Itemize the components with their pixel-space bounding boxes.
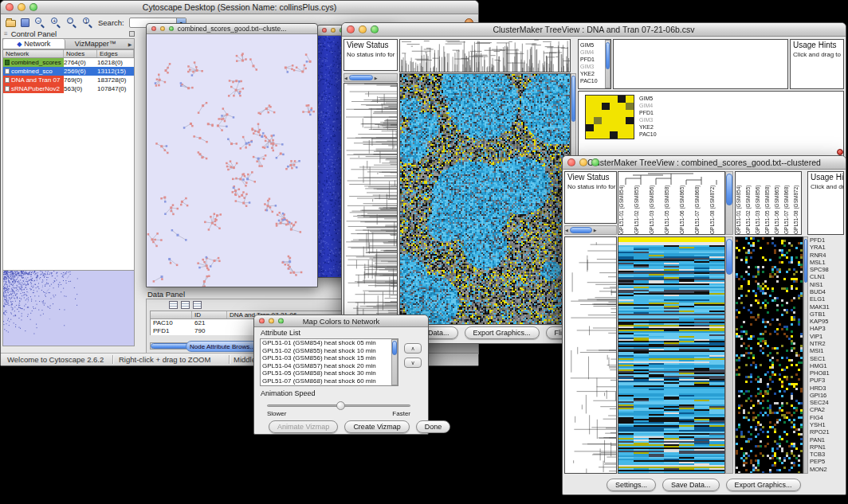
tv1-heatmap[interactable] xyxy=(400,74,570,324)
attribute-table-icon[interactable] xyxy=(169,301,178,309)
tv2-heatmap[interactable] xyxy=(618,237,724,473)
animation-speed-slider[interactable] xyxy=(267,404,410,407)
gene-label[interactable]: HMG1 xyxy=(810,362,846,369)
scrollbar-thumb[interactable] xyxy=(571,76,575,122)
map-colors-dialog[interactable]: Map Colors to Network Attribute List GPL… xyxy=(253,315,429,435)
tv1-row-dendrogram[interactable] xyxy=(344,83,398,325)
gene-label[interactable]: MON2 xyxy=(810,466,846,473)
close-button[interactable] xyxy=(6,3,14,11)
attribute-item[interactable]: GPL51-07 (GSM868) heat shock 60 min xyxy=(261,377,391,385)
attribute-item[interactable]: GPL51-05 (GSM858) heat shock 30 min xyxy=(261,369,391,377)
gene-label[interactable]: GIM5 xyxy=(639,95,671,102)
gene-label[interactable]: PAN1 xyxy=(810,436,846,443)
gene-label[interactable]: MSI1 xyxy=(810,347,846,354)
network-overview[interactable] xyxy=(2,270,135,346)
gene-label[interactable]: MSL1 xyxy=(810,259,846,266)
tv2-heatmap-panel[interactable] xyxy=(618,236,725,474)
column-label[interactable]: GPL51-08 (GSM872) xyxy=(709,185,724,234)
column-label[interactable]: GPL51-07 (GSM868) xyxy=(694,185,709,234)
gene-label[interactable]: YKE2 xyxy=(639,123,671,131)
gene-label[interactable]: PFD1 xyxy=(639,109,671,116)
network-row[interactable]: combined_sco 2569(6) 13112(15) xyxy=(3,67,134,76)
treeview-button[interactable]: Settings... xyxy=(607,479,656,491)
attribute-list-vscrollbar[interactable] xyxy=(391,339,398,385)
gene-label[interactable]: ELG1 xyxy=(810,295,846,303)
zoom-button[interactable] xyxy=(169,26,174,31)
network-canvas[interactable] xyxy=(147,34,317,287)
gene-label[interactable]: RPN1 xyxy=(810,443,846,451)
scrollbar-thumb[interactable] xyxy=(726,239,732,275)
gene-label[interactable]: GIM4 xyxy=(639,102,671,109)
gene-label[interactable]: VIP1 xyxy=(810,333,846,340)
column-label[interactable]: GPL51-01 (GSM854) xyxy=(736,185,745,234)
close-button[interactable] xyxy=(259,318,265,324)
treeview-button[interactable]: Save Data... xyxy=(662,479,720,491)
tv1-coldendro[interactable] xyxy=(400,40,570,72)
dialog-button[interactable]: Done xyxy=(416,420,451,433)
tv2-rowdendro[interactable] xyxy=(565,237,616,473)
scrollbar-thumb[interactable] xyxy=(392,341,397,355)
minimize-button[interactable] xyxy=(18,3,26,11)
treeview-button[interactable]: Export Graphics... xyxy=(465,326,540,339)
dialog-button[interactable]: Animate Vizmap xyxy=(269,420,338,433)
attribute-select-icon[interactable] xyxy=(181,301,190,309)
column-label[interactable]: GPL51-01 (GSM854) xyxy=(618,185,634,234)
gene-label[interactable]: YRA1 xyxy=(810,244,846,251)
tv2-vscrollbar[interactable] xyxy=(725,236,733,474)
minimize-button[interactable] xyxy=(269,318,274,324)
minimize-button[interactable] xyxy=(579,158,587,166)
close-button[interactable] xyxy=(151,26,156,31)
gene-label[interactable]: FIG4 xyxy=(810,414,846,421)
treeview-button[interactable]: Export Graphics... xyxy=(726,479,801,491)
scrollbar-thumb[interactable] xyxy=(349,75,373,80)
tv1-labels-vscrollbar[interactable] xyxy=(605,40,610,88)
gene-label[interactable]: KAP95 xyxy=(810,318,846,325)
gene-label[interactable]: CPA2 xyxy=(810,406,846,413)
attribute-item[interactable]: GPL51-02 (GSM855) heat shock 10 min xyxy=(261,347,391,355)
zoom-in-icon[interactable]: + xyxy=(50,17,61,28)
close-button[interactable] xyxy=(347,25,355,33)
minimize-button[interactable] xyxy=(331,28,336,33)
gene-label[interactable]: PAC10 xyxy=(639,131,671,138)
scroll-right-icon[interactable]: ▶ xyxy=(375,76,378,80)
scroll-right-icon[interactable]: ▶ xyxy=(594,228,597,232)
network-view-titlebar[interactable]: combined_scores_good.txt--cluste... xyxy=(147,24,317,34)
gene-label[interactable]: GPI16 xyxy=(810,392,846,399)
gene-label[interactable]: PFD1 xyxy=(580,56,606,63)
gene-label[interactable]: PUF3 xyxy=(810,377,846,384)
zoom-fit-icon[interactable]: □ xyxy=(66,17,77,28)
column-label[interactable]: GPL51-06 (GSM865) xyxy=(774,185,783,234)
tab-overflow-icon[interactable]: ▶ xyxy=(126,39,134,49)
gene-label[interactable]: YKE2 xyxy=(580,70,606,77)
node-attribute-browser-button[interactable]: Node Attribute Brows... xyxy=(186,341,259,352)
tv2-coldendro[interactable] xyxy=(618,172,724,185)
overview-canvas[interactable] xyxy=(3,271,134,346)
gene-label[interactable]: PFD1 xyxy=(810,236,846,244)
scroll-left-icon[interactable]: ◀ xyxy=(344,76,347,80)
gene-label[interactable]: RPO21 xyxy=(810,428,846,436)
column-label[interactable]: GPL51-08 (GSM872) xyxy=(793,185,802,234)
gene-label[interactable]: HRD3 xyxy=(810,385,846,392)
gene-label[interactable]: PEP5 xyxy=(810,458,846,465)
zoom-button[interactable] xyxy=(278,318,284,324)
gene-label[interactable]: SEC1 xyxy=(810,355,846,362)
minimize-button[interactable] xyxy=(160,26,165,31)
tv1-column-dendrogram[interactable] xyxy=(399,39,571,72)
attribute-delete-icon[interactable] xyxy=(193,301,202,309)
treeview2-titlebar[interactable]: ClusterMaker TreeView : combined_scores_… xyxy=(563,156,846,170)
cytoscape-titlebar[interactable]: Cytoscape Desktop (Session Name: collins… xyxy=(1,1,478,14)
treeview2-window[interactable]: ClusterMaker TreeView : combined_scores_… xyxy=(562,155,846,495)
gene-label[interactable]: GIM4 xyxy=(580,49,606,56)
network-row[interactable]: combined_scores 2764(0) 16218(0) xyxy=(3,58,134,67)
network-row[interactable]: sRNAPuberNov2 563(0) 107847(0) xyxy=(3,84,134,93)
network-row[interactable]: DNA and Tran 07 769(0) 183728(0) xyxy=(3,76,134,84)
open-session-icon[interactable] xyxy=(6,20,16,27)
network-view-window[interactable]: combined_scores_good.txt--cluste... xyxy=(146,23,318,287)
zoom-button[interactable] xyxy=(591,158,599,166)
map-colors-titlebar[interactable]: Map Colors to Network xyxy=(254,315,428,327)
tv1-heatmap-panel[interactable] xyxy=(399,73,571,325)
move-down-button[interactable]: ∨ xyxy=(404,357,422,368)
gene-label[interactable]: TCB3 xyxy=(810,451,846,458)
move-up-button[interactable]: ∧ xyxy=(404,343,422,354)
tv2-zoom-vscrollbar[interactable] xyxy=(803,236,808,474)
